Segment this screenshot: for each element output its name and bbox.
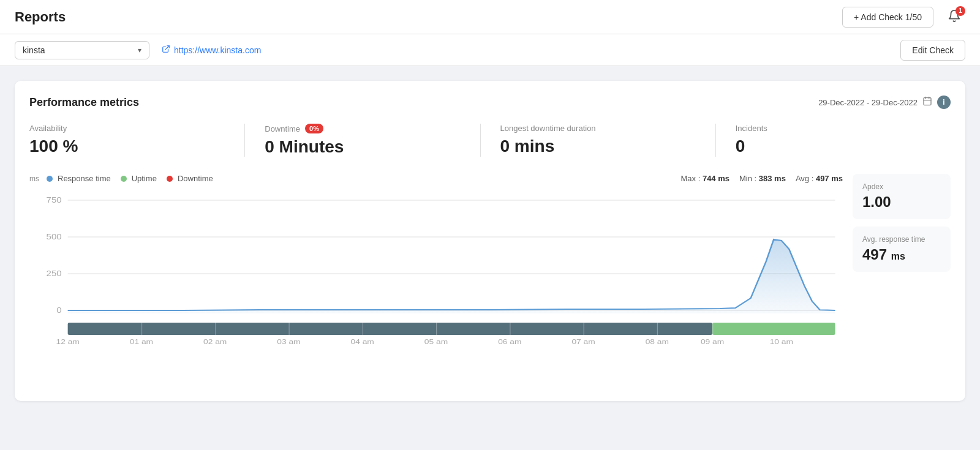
chart-svg: 750 500 250 0 bbox=[29, 188, 843, 384]
svg-rect-21 bbox=[584, 323, 584, 335]
availability-label: Availability bbox=[29, 124, 225, 133]
info-icon[interactable]: i bbox=[937, 96, 951, 109]
longest-downtime-value: 0 mins bbox=[500, 137, 696, 156]
downtime-value: 0 Minutes bbox=[265, 137, 460, 157]
external-link-icon bbox=[162, 45, 170, 55]
incidents-label: Incidents bbox=[736, 124, 931, 133]
avg-stat: Avg : 497 ms bbox=[796, 174, 843, 183]
date-range-text: 29-Dec-2022 - 29-Dec-2022 bbox=[818, 98, 918, 107]
svg-rect-19 bbox=[436, 323, 437, 335]
availability-value: 100 % bbox=[29, 137, 225, 156]
chart-side: Apdex 1.00 Avg. response time 497 ms bbox=[853, 174, 951, 386]
avg-response-value: 497 ms bbox=[862, 246, 941, 263]
main-content: Performance metrics 29-Dec-2022 - 29-Dec… bbox=[0, 66, 980, 416]
downtime-dot bbox=[167, 176, 173, 182]
svg-text:0: 0 bbox=[56, 306, 62, 314]
svg-rect-22 bbox=[657, 323, 658, 335]
chart-main: ms Response time Uptime Downtime Max : bbox=[29, 174, 843, 386]
legend-uptime: Uptime bbox=[132, 174, 157, 183]
svg-text:750: 750 bbox=[47, 196, 62, 204]
svg-rect-20 bbox=[510, 323, 510, 335]
apdex-value: 1.00 bbox=[862, 193, 941, 211]
chevron-down-icon: ▾ bbox=[138, 46, 141, 54]
svg-text:01 am: 01 am bbox=[130, 338, 153, 345]
svg-text:500: 500 bbox=[47, 233, 62, 241]
svg-text:250: 250 bbox=[47, 269, 62, 277]
svg-text:03 am: 03 am bbox=[277, 338, 300, 345]
legend-response-time: Response time bbox=[58, 174, 111, 183]
svg-rect-14 bbox=[712, 323, 835, 335]
site-selector-text: kinsta bbox=[23, 45, 45, 55]
card-header: Performance metrics 29-Dec-2022 - 29-Dec… bbox=[29, 96, 951, 109]
downtime-stat: Downtime 0% 0 Minutes bbox=[245, 124, 480, 157]
chart-legend-row: ms Response time Uptime Downtime Max : bbox=[29, 174, 843, 183]
add-check-button[interactable]: + Add Check 1/50 bbox=[842, 7, 933, 28]
svg-rect-17 bbox=[288, 323, 289, 335]
response-time-dot bbox=[47, 176, 53, 182]
svg-line-0 bbox=[165, 46, 169, 50]
y-axis-label: ms bbox=[29, 174, 39, 183]
min-stat: Min : 383 ms bbox=[739, 174, 786, 183]
svg-text:02 am: 02 am bbox=[203, 338, 227, 345]
chart-svg-wrapper: 750 500 250 0 bbox=[29, 188, 843, 386]
svg-rect-23 bbox=[712, 323, 713, 335]
svg-text:05 am: 05 am bbox=[424, 338, 448, 345]
site-selector[interactable]: kinsta ▾ bbox=[15, 41, 149, 59]
avg-response-panel: Avg. response time 497 ms bbox=[853, 227, 951, 272]
svg-text:09 am: 09 am bbox=[701, 338, 724, 345]
metrics-card: Performance metrics 29-Dec-2022 - 29-Dec… bbox=[15, 81, 965, 401]
apdex-label: Apdex bbox=[862, 182, 941, 191]
site-url-text: https://www.kinsta.com bbox=[174, 45, 261, 55]
max-stat: Max : 744 ms bbox=[680, 174, 729, 183]
longest-downtime-label: Longest downtime duration bbox=[500, 124, 696, 133]
chart-container: ms Response time Uptime Downtime Max : bbox=[29, 174, 951, 386]
sub-header: kinsta ▾ https://www.kinsta.com Edit Che… bbox=[0, 34, 980, 66]
chart-stats: Max : 744 ms Min : 383 ms Avg : 497 ms bbox=[680, 174, 843, 183]
svg-text:04 am: 04 am bbox=[351, 338, 374, 345]
longest-downtime-stat: Longest downtime duration 0 mins bbox=[481, 124, 716, 157]
svg-text:12 am: 12 am bbox=[56, 338, 80, 345]
incidents-value: 0 bbox=[736, 137, 931, 156]
svg-text:06 am: 06 am bbox=[498, 338, 521, 345]
top-header: Reports + Add Check 1/50 1 bbox=[0, 0, 980, 34]
date-range: 29-Dec-2022 - 29-Dec-2022 i bbox=[818, 96, 951, 109]
downtime-label: Downtime 0% bbox=[265, 124, 460, 133]
page-title: Reports bbox=[15, 9, 66, 25]
notification-badge: 1 bbox=[956, 6, 965, 16]
apdex-panel: Apdex 1.00 bbox=[853, 174, 951, 219]
svg-rect-1 bbox=[924, 98, 931, 105]
edit-check-button[interactable]: Edit Check bbox=[900, 40, 965, 61]
site-url-link[interactable]: https://www.kinsta.com bbox=[162, 45, 261, 55]
svg-text:10 am: 10 am bbox=[770, 338, 793, 345]
uptime-dot bbox=[121, 176, 127, 182]
svg-rect-16 bbox=[215, 323, 216, 335]
svg-text:07 am: 07 am bbox=[571, 338, 595, 345]
legend-items: Response time Uptime Downtime bbox=[47, 174, 221, 183]
ms-unit: ms bbox=[891, 251, 905, 261]
svg-rect-18 bbox=[363, 323, 363, 335]
incidents-stat: Incidents 0 bbox=[716, 124, 951, 157]
calendar-icon[interactable] bbox=[922, 96, 932, 108]
notification-bell[interactable]: 1 bbox=[943, 6, 965, 28]
svg-text:08 am: 08 am bbox=[646, 338, 669, 345]
legend-downtime: Downtime bbox=[178, 174, 213, 183]
sub-header-left: kinsta ▾ https://www.kinsta.com bbox=[15, 41, 261, 59]
availability-stat: Availability 100 % bbox=[29, 124, 245, 157]
card-title: Performance metrics bbox=[29, 96, 139, 109]
svg-rect-15 bbox=[141, 323, 142, 335]
stats-row: Availability 100 % Downtime 0% 0 Minutes… bbox=[29, 124, 951, 157]
header-actions: + Add Check 1/50 1 bbox=[842, 6, 965, 28]
svg-rect-13 bbox=[68, 323, 712, 335]
avg-response-label: Avg. response time bbox=[862, 235, 941, 244]
downtime-badge: 0% bbox=[305, 124, 323, 133]
